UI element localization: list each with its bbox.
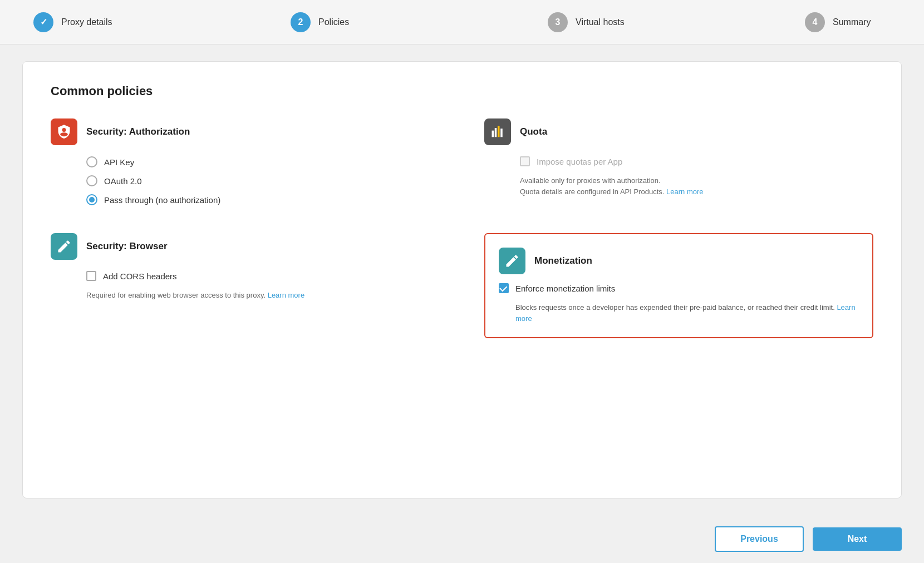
step-label-virtual-hosts: Virtual hosts: [576, 17, 625, 27]
quota-header: Quota: [484, 118, 873, 145]
security-browser-header: Security: Browser: [51, 233, 440, 260]
radio-pass-through[interactable]: Pass through (no authorization): [86, 194, 440, 205]
previous-button[interactable]: Previous: [715, 526, 804, 552]
bottom-navigation: Previous Next: [0, 515, 924, 563]
radio-api-key[interactable]: API Key: [86, 156, 440, 167]
step-circle-proxy-details: ✓: [33, 12, 53, 32]
quota-checkbox-label: Impose quotas per App: [537, 157, 622, 166]
monetization-checkbox-label: Enforce monetization limits: [515, 284, 615, 293]
quota-icon: [484, 118, 511, 145]
cors-help-text: Required for enabling web browser access…: [51, 290, 440, 301]
quota-checkbox-group: Impose quotas per App: [484, 156, 873, 166]
stepper: ✓ Proxy details 2 Policies 3 Virtual hos…: [0, 0, 924, 45]
step-label-policies: Policies: [318, 17, 349, 27]
svg-rect-3: [500, 129, 503, 137]
quota-checkbox-item[interactable]: Impose quotas per App: [520, 156, 873, 166]
radio-outer-pass-through: [86, 194, 97, 205]
security-auth-section: Security: Authorization API Key OAuth 2.…: [51, 118, 440, 205]
step-circle-policies: 2: [291, 12, 311, 32]
quota-help-text: Available only for proxies with authoriz…: [484, 175, 873, 197]
step-virtual-hosts[interactable]: 3 Virtual hosts: [548, 12, 633, 32]
cors-checkbox-item[interactable]: Add CORS headers: [86, 271, 440, 281]
security-browser-icon: [51, 233, 77, 260]
radio-outer-oauth: [86, 175, 97, 186]
next-button[interactable]: Next: [813, 527, 902, 551]
svg-rect-1: [495, 128, 497, 137]
cors-checkbox: [86, 271, 96, 281]
step-summary[interactable]: 4 Summary: [805, 12, 891, 32]
policies-grid: Security: Authorization API Key OAuth 2.…: [51, 118, 873, 338]
radio-label-api-key: API Key: [104, 157, 134, 167]
security-browser-section: Security: Browser Add CORS headers Requi…: [51, 233, 440, 338]
monetization-name: Monetization: [534, 255, 592, 266]
quota-checkbox: [520, 156, 530, 166]
main-content: Common policies Security: Authorization …: [0, 45, 924, 515]
security-auth-name: Security: Authorization: [86, 126, 190, 137]
radio-oauth[interactable]: OAuth 2.0: [86, 175, 440, 186]
monetization-checkbox[interactable]: [499, 283, 509, 293]
svg-rect-0: [492, 131, 494, 137]
step-policies[interactable]: 2 Policies: [291, 12, 376, 32]
step-proxy-details[interactable]: ✓ Proxy details: [33, 12, 119, 32]
security-auth-icon: [51, 118, 77, 145]
step-label-summary: Summary: [833, 17, 871, 27]
radio-inner-pass-through: [89, 197, 95, 203]
auth-radio-group: API Key OAuth 2.0 Pass through (no autho…: [51, 156, 440, 205]
monetization-icon: [499, 248, 525, 274]
step-circle-virtual-hosts: 3: [548, 12, 568, 32]
cors-checkbox-label: Add CORS headers: [103, 271, 177, 281]
radio-label-oauth: OAuth 2.0: [104, 176, 142, 186]
cors-learn-more[interactable]: Learn more: [268, 291, 304, 299]
security-auth-header: Security: Authorization: [51, 118, 440, 145]
quota-section: Quota Impose quotas per App Available on…: [484, 118, 873, 205]
monetization-header: Monetization: [499, 248, 859, 274]
card-title: Common policies: [51, 84, 873, 98]
svg-rect-2: [498, 126, 500, 137]
step-label-proxy-details: Proxy details: [61, 17, 112, 27]
monetization-help-text: Blocks requests once a developer has exp…: [499, 302, 859, 324]
radio-label-pass-through: Pass through (no authorization): [104, 195, 220, 205]
quota-name: Quota: [520, 126, 547, 137]
monetization-section: Monetization Enforce monetization limits…: [484, 233, 873, 338]
policies-card: Common policies Security: Authorization …: [22, 61, 902, 498]
cors-checkbox-group: Add CORS headers: [51, 271, 440, 281]
quota-learn-more[interactable]: Learn more: [666, 187, 703, 196]
monetization-learn-more[interactable]: Learn more: [515, 303, 856, 323]
monetization-checkbox-row[interactable]: Enforce monetization limits: [499, 283, 859, 293]
step-circle-summary: 4: [805, 12, 825, 32]
radio-outer-api-key: [86, 156, 97, 167]
security-browser-name: Security: Browser: [86, 241, 168, 252]
